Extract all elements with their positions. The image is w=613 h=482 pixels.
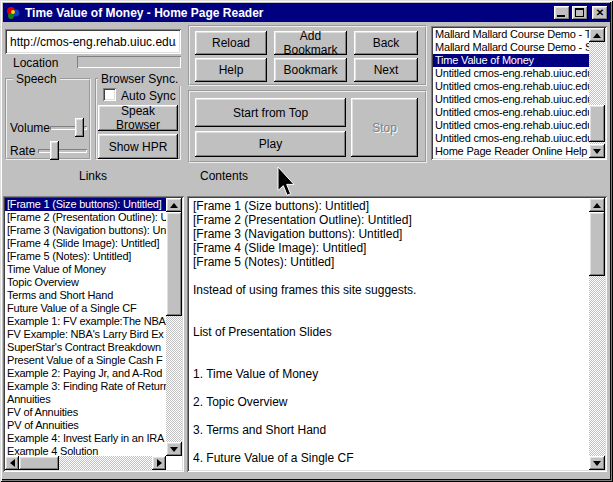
auto-sync-label: Auto Sync (121, 89, 176, 103)
title-bar[interactable]: Time Value of Money - Home Page Reader ✕ (3, 3, 610, 22)
arrow-left-icon (10, 459, 15, 467)
history-item[interactable]: Untitled cmos-eng.rehab.uiuc.edu (433, 119, 589, 132)
maximize-button[interactable] (572, 6, 588, 20)
show-hpr-button[interactable]: Show HPR (98, 134, 178, 159)
back-button[interactable]: Back (354, 31, 418, 55)
auto-sync-checkbox[interactable] (103, 88, 116, 101)
links-vscroll[interactable] (166, 198, 182, 456)
contents-line (189, 381, 589, 395)
history-scroll-thumb[interactable] (589, 105, 605, 142)
arrow-up-icon (593, 33, 601, 38)
links-item[interactable]: FV Example: NBA's Larry Bird Ex (5, 328, 166, 341)
reload-button[interactable]: Reload (195, 31, 267, 55)
contents-line (189, 409, 589, 423)
rate-slider-track[interactable] (38, 149, 87, 153)
history-scroll-up-button[interactable] (589, 28, 605, 42)
links-list[interactable]: [Frame 1 (Size buttons): Untitled][Frame… (3, 196, 184, 472)
links-item[interactable]: Future Value of a Single CF (5, 302, 166, 315)
url-input[interactable] (8, 32, 178, 51)
links-scroll-up-button[interactable] (166, 198, 182, 212)
contents-vscroll[interactable] (589, 198, 605, 470)
history-item[interactable]: Untitled cmos-eng.rehab.uiuc.edu (433, 106, 589, 119)
minimize-button[interactable] (554, 6, 570, 20)
speech-group-title: Speech (13, 72, 60, 86)
links-item[interactable]: Terms and Short Hand (5, 289, 166, 302)
contents-line: [Frame 5 (Notes): Untitled] (189, 255, 589, 269)
links-item[interactable]: Topic Overview (5, 276, 166, 289)
url-fieldbox (5, 29, 181, 54)
links-scroll-right-button[interactable] (152, 456, 166, 470)
history-item[interactable]: Untitled cmos-eng.rehab.uiuc.edu (433, 80, 589, 93)
links-item[interactable]: [Frame 3 (Navigation buttons): Untitled] (5, 224, 166, 237)
arrow-right-icon (157, 459, 162, 467)
volume-slider-thumb[interactable] (75, 118, 84, 137)
next-button[interactable]: Next (354, 58, 418, 82)
links-item[interactable]: FV of Annuities (5, 406, 166, 419)
rate-label: Rate (10, 144, 35, 158)
play-button[interactable]: Play (195, 131, 346, 157)
browser-sync-group: Browser Sync. Auto Sync Speak Browser Sh… (95, 78, 181, 160)
contents-line: List of Presentation Slides (189, 325, 589, 339)
links-item[interactable]: [Frame 4 (Slide Image): Untitled] (5, 237, 166, 250)
links-item[interactable]: Example 3: Finding Rate of Return (5, 380, 166, 393)
app-window: Time Value of Money - Home Page Reader ✕… (0, 0, 613, 482)
links-item[interactable]: [Frame 1 (Size buttons): Untitled] (5, 198, 166, 211)
links-item[interactable]: SuperStar's Contract Breakdown (5, 341, 166, 354)
contents-vscroll-thumb[interactable] (589, 212, 605, 276)
arrow-down-icon (170, 447, 178, 452)
history-rows: Mallard Mallard Course Demo - TiMallard … (433, 28, 589, 158)
contents-line: 2. Topic Overview (189, 395, 589, 409)
links-scroll-left-button[interactable] (5, 456, 19, 470)
bookmark-button[interactable]: Bookmark (274, 58, 347, 82)
history-item[interactable]: Untitled cmos-eng.rehab.uiuc.edu (433, 67, 589, 80)
app-icon (5, 5, 21, 21)
close-icon: ✕ (596, 7, 604, 18)
contents-line: Instead of using frames this site sugges… (189, 283, 589, 297)
links-item[interactable]: Time Value of Money (5, 263, 166, 276)
contents-line (189, 339, 589, 353)
contents-scroll-down-button[interactable] (589, 456, 605, 470)
history-item[interactable]: Untitled cmos-eng.rehab.uiuc.edu (433, 93, 589, 106)
links-item[interactable]: [Frame 5 (Notes): Untitled] (5, 250, 166, 263)
volume-label: Volume (10, 121, 50, 135)
contents-line: [Frame 3 (Navigation buttons): Untitled] (189, 227, 589, 241)
contents-pane[interactable]: [Frame 1 (Size buttons): Untitled][Frame… (187, 196, 607, 472)
contents-line: 4. Future Value of a Single CF (189, 451, 589, 465)
links-item[interactable]: Example 4: Invest Early in an IRA (5, 432, 166, 445)
arrow-down-icon (593, 461, 601, 466)
links-item[interactable]: Example 2: Paying Jr, and A-Rod (5, 367, 166, 380)
close-button[interactable]: ✕ (592, 6, 608, 20)
maximize-icon (575, 8, 584, 17)
history-item[interactable]: Mallard Mallard Course Demo - Sl (433, 41, 589, 54)
links-hscroll-thumb[interactable] (19, 456, 59, 470)
links-scroll-down-button[interactable] (166, 442, 182, 456)
history-scroll-down-button[interactable] (589, 144, 605, 158)
history-item[interactable]: Home Page Reader Online Help (433, 145, 589, 158)
browser-sync-group-title: Browser Sync. (98, 72, 181, 86)
history-vscroll[interactable] (589, 28, 605, 158)
links-vscroll-thumb[interactable] (166, 212, 182, 316)
links-item[interactable]: Example 4 Solution (5, 445, 166, 456)
links-item[interactable]: Annuities (5, 393, 166, 406)
contents-line: [Frame 4 (Slide Image): Untitled] (189, 241, 589, 255)
contents-line (189, 353, 589, 367)
add-bookmark-button[interactable]: Add Bookmark (274, 31, 347, 55)
contents-line (189, 269, 589, 283)
history-list[interactable]: Mallard Mallard Course Demo - TiMallard … (431, 26, 607, 160)
arrow-up-icon (593, 203, 601, 208)
speak-browser-button[interactable]: Speak Browser (98, 105, 178, 131)
contents-line: 3. Terms and Short Hand (189, 423, 589, 437)
links-hscroll[interactable] (5, 456, 166, 470)
start-from-top-button[interactable]: Start from Top (195, 98, 346, 127)
links-item[interactable]: [Frame 2 (Presentation Outline): Untitle… (5, 211, 166, 224)
history-item[interactable]: Mallard Mallard Course Demo - Ti (433, 28, 589, 41)
history-item[interactable]: Untitled cmos-eng.rehab.uiuc.edu (433, 132, 589, 145)
links-item[interactable]: PV of Annuities (5, 419, 166, 432)
stop-button[interactable]: Stop (351, 98, 418, 157)
rate-slider-thumb[interactable] (50, 141, 59, 160)
help-button[interactable]: Help (195, 58, 267, 82)
contents-scroll-up-button[interactable] (589, 198, 605, 212)
links-item[interactable]: Present Value of a Single Cash F (5, 354, 166, 367)
links-item[interactable]: Example 1: FV example:The NBA (5, 315, 166, 328)
history-item[interactable]: Time Value of Money (433, 54, 589, 67)
